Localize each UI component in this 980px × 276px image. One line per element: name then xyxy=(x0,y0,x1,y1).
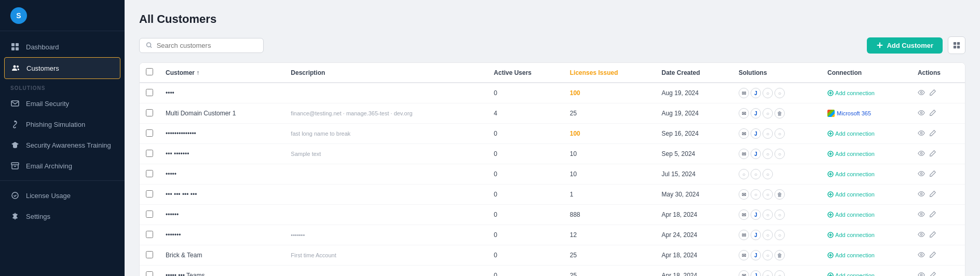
customer-name-cell: ••• ••• ••• ••• xyxy=(159,185,284,205)
view-action-icon[interactable] xyxy=(918,271,925,277)
select-all-checkbox[interactable] xyxy=(146,68,153,75)
edit-action-icon[interactable] xyxy=(929,231,936,240)
column-customer[interactable]: Customer ↑ xyxy=(159,63,284,83)
sidebar-item-archiving[interactable]: Email Archiving xyxy=(0,155,125,176)
edit-action-icon[interactable] xyxy=(929,150,936,159)
circle-solution-icon: ○ xyxy=(763,270,773,276)
customer-name-cell: Multi Domain Customer 1 xyxy=(159,103,284,124)
page-title: All Customers xyxy=(139,12,965,26)
add-connection-link[interactable]: Add connection xyxy=(827,90,905,96)
connection-cell[interactable]: Add connection xyxy=(821,164,911,185)
solution-icons: ✉ J ○ 🗑 xyxy=(739,108,815,119)
add-connection-link[interactable]: Add connection xyxy=(827,130,905,137)
row-checkbox[interactable] xyxy=(146,211,153,218)
row-checkbox-cell[interactable] xyxy=(140,245,159,266)
connection-cell[interactable]: Add connection xyxy=(821,144,911,164)
search-box[interactable] xyxy=(139,38,264,53)
connection-cell[interactable]: Add connection xyxy=(821,225,911,245)
view-action-icon[interactable] xyxy=(918,129,925,138)
circle-solution-icon: ○ xyxy=(763,108,773,119)
view-action-icon[interactable] xyxy=(918,89,925,98)
table-row: ••••• ••• Teams 0 25 Apr 18, 2024 ✉ J ○ … xyxy=(140,266,965,277)
edit-action-icon[interactable] xyxy=(929,251,936,260)
row-checkbox[interactable] xyxy=(146,170,153,177)
add-connection-link[interactable]: Add connection xyxy=(827,212,905,218)
row-checkbox-cell[interactable] xyxy=(140,124,159,144)
view-action-icon[interactable] xyxy=(918,190,925,199)
row-checkbox-cell[interactable] xyxy=(140,266,159,277)
sidebar-item-settings[interactable]: Settings xyxy=(0,206,125,227)
select-all-header[interactable] xyxy=(140,63,159,83)
row-checkbox-cell[interactable] xyxy=(140,83,159,103)
edit-action-icon[interactable] xyxy=(929,190,936,199)
sidebar-item-sat[interactable]: Security Awareness Training xyxy=(0,135,125,155)
connection-cell[interactable]: Add connection xyxy=(821,83,911,103)
view-action-icon[interactable] xyxy=(918,211,925,219)
circle2-solution-icon: ○ xyxy=(763,189,773,200)
edit-action-icon[interactable] xyxy=(929,211,936,219)
sidebar: S Dashboard Customers SOLUTIONS Email Se… xyxy=(0,0,125,276)
row-checkbox-cell[interactable] xyxy=(140,225,159,245)
add-customer-button[interactable]: Add Customer xyxy=(867,37,943,54)
view-action-icon[interactable] xyxy=(918,251,925,260)
edit-action-icon[interactable] xyxy=(929,271,936,277)
row-checkbox[interactable] xyxy=(146,271,153,277)
licenses-cell: 10 xyxy=(564,164,656,185)
connection-cell[interactable]: Add connection xyxy=(821,205,911,225)
row-actions xyxy=(918,89,959,98)
row-checkbox-cell[interactable] xyxy=(140,205,159,225)
view-action-icon[interactable] xyxy=(918,109,925,118)
sidebar-item-license[interactable]: License Usage xyxy=(0,185,125,206)
svg-rect-6 xyxy=(11,101,19,106)
svg-point-4 xyxy=(13,65,16,68)
add-connection-link[interactable]: Add connection xyxy=(827,252,905,258)
sidebar-item-email-security[interactable]: Email Security xyxy=(0,93,125,114)
users-icon xyxy=(11,63,20,73)
row-checkbox[interactable] xyxy=(146,89,153,96)
customer-name-cell: ••••••• xyxy=(159,225,284,245)
search-input[interactable] xyxy=(157,42,257,49)
sidebar-item-customers-label: Customers xyxy=(26,64,59,72)
connection-cell[interactable]: Add connection xyxy=(821,185,911,205)
row-checkbox-cell[interactable] xyxy=(140,103,159,124)
edit-action-icon[interactable] xyxy=(929,170,936,179)
solutions-section-label: SOLUTIONS xyxy=(0,79,125,93)
row-checkbox[interactable] xyxy=(146,109,153,116)
row-checkbox[interactable] xyxy=(146,251,153,258)
connection-cell[interactable]: Add connection xyxy=(821,266,911,277)
add-connection-link[interactable]: Add connection xyxy=(827,272,905,276)
edit-action-icon[interactable] xyxy=(929,129,936,138)
sidebar-item-customers[interactable]: Customers xyxy=(4,57,120,79)
jira-solution-icon: J xyxy=(751,88,761,98)
sidebar-item-dashboard[interactable]: Dashboard xyxy=(0,36,125,57)
add-connection-link[interactable]: Add connection xyxy=(827,171,905,177)
row-checkbox-cell[interactable] xyxy=(140,164,159,185)
graduation-icon xyxy=(10,140,20,150)
solution-icons: ✉ J ○ ○ xyxy=(739,209,815,220)
licenses-cell: 10 xyxy=(564,144,656,164)
add-connection-icon xyxy=(827,252,834,258)
row-checkbox-cell[interactable] xyxy=(140,185,159,205)
add-connection-link[interactable]: Add connection xyxy=(827,151,905,157)
connection-cell[interactable]: Add connection xyxy=(821,245,911,266)
sidebar-item-phishing[interactable]: Phishing Simulation xyxy=(0,114,125,135)
add-connection-link[interactable]: Add connection xyxy=(827,232,905,238)
connection-cell[interactable]: Add connection xyxy=(821,124,911,144)
add-connection-link[interactable]: Add connection xyxy=(827,191,905,198)
row-checkbox-cell[interactable] xyxy=(140,144,159,164)
row-checkbox[interactable] xyxy=(146,231,153,238)
row-checkbox[interactable] xyxy=(146,150,153,157)
row-checkbox[interactable] xyxy=(146,129,153,137)
solutions-cell: ✉ J ○ ○ xyxy=(732,83,821,103)
svg-rect-13 xyxy=(954,46,956,48)
connection-cell[interactable]: Microsoft 365 xyxy=(821,103,911,124)
view-toggle-button[interactable] xyxy=(948,36,965,54)
view-action-icon[interactable] xyxy=(918,170,925,179)
row-actions xyxy=(918,211,959,219)
edit-action-icon[interactable] xyxy=(929,109,936,118)
view-action-icon[interactable] xyxy=(918,150,925,159)
edit-action-icon[interactable] xyxy=(929,89,936,98)
row-checkbox[interactable] xyxy=(146,190,153,198)
row-actions xyxy=(918,190,959,199)
view-action-icon[interactable] xyxy=(918,231,925,240)
